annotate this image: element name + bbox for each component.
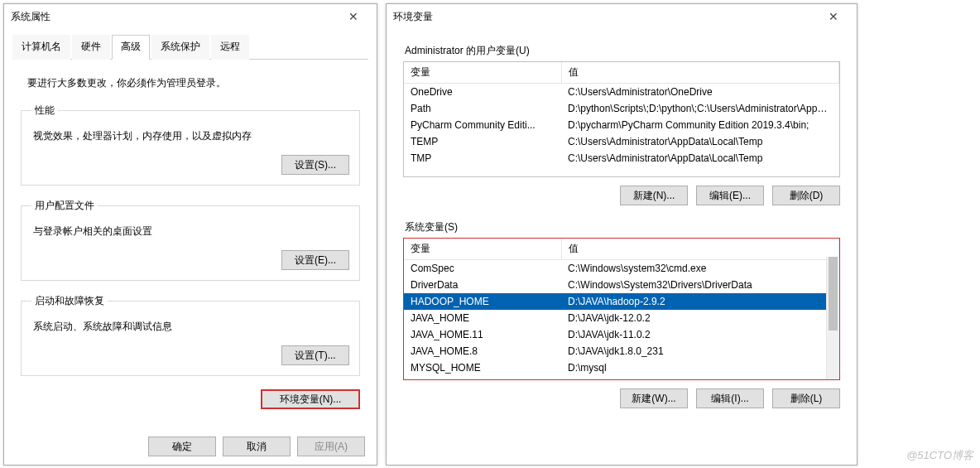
table-row[interactable]: DriverDataC:\Windows\System32\Drivers\Dr…	[404, 277, 839, 293]
profiles-legend: 用户配置文件	[31, 199, 98, 213]
profiles-group: 用户配置文件 与登录帐户相关的桌面设置 设置(E)...	[21, 199, 360, 281]
user-edit-button[interactable]: 编辑(E)...	[696, 186, 764, 205]
environment-variables-button[interactable]: 环境变量(N)...	[261, 389, 360, 409]
var-name-cell: JAVA_HOME.8	[404, 343, 561, 359]
titlebar: 系统属性 ✕	[4, 4, 377, 29]
system-vars-table-wrap: 变量 值 ComSpecC:\Windows\system32\cmd.exeD…	[403, 238, 840, 380]
table-row[interactable]: JAVA_HOME.8D:\JAVA\jdk1.8.0_231	[404, 343, 839, 359]
var-name-cell: ComSpec	[404, 260, 561, 277]
watermark: @51CTO博客	[906, 448, 973, 463]
env-body: Administrator 的用户变量(U) 变量 值 OneDriveC:\U…	[387, 29, 857, 422]
var-name-cell: MYSQL_HOME	[404, 359, 561, 376]
tab-hardware[interactable]: 硬件	[72, 35, 110, 60]
tab-advanced[interactable]: 高级	[112, 35, 150, 60]
system-vars-label: 系统变量(S)	[405, 220, 840, 234]
performance-settings-button[interactable]: 设置(S)...	[281, 155, 349, 175]
var-value-cell: D:\python\Scripts\;D:\python\;C:\Users\A…	[561, 100, 839, 117]
profiles-settings-button[interactable]: 设置(E)...	[281, 250, 349, 270]
dialog-buttons: 确定 取消 应用(A)	[148, 437, 365, 456]
var-value-cell: C:\Windows\system32\cmd.exe	[561, 260, 839, 277]
scroll-thumb[interactable]	[829, 257, 838, 330]
table-row[interactable]: TMPC:\Users\Administrator\AppData\Local\…	[404, 150, 839, 166]
col-variable[interactable]: 变量	[404, 62, 561, 84]
titlebar: 环境变量 ✕	[387, 4, 857, 29]
performance-desc: 视觉效果，处理器计划，内存使用，以及虚拟内存	[33, 129, 349, 143]
table-row[interactable]: JAVA_HOME.11D:\JAVA\jdk-11.0.2	[404, 326, 839, 343]
tab-body: 要进行大多数更改，你必须作为管理员登录。 性能 视觉效果，处理器计划，内存使用，…	[4, 60, 377, 417]
var-name-cell: PyCharm Community Editi...	[404, 117, 561, 133]
startup-group: 启动和故障恢复 系统启动、系统故障和调试信息 设置(T)...	[21, 294, 360, 376]
var-value-cell: C:\Windows\System32\Drivers\DriverData	[561, 277, 839, 293]
var-name-cell: DriverData	[404, 277, 561, 293]
profiles-desc: 与登录帐户相关的桌面设置	[33, 224, 349, 239]
var-value-cell: D:\JAVA\jdk-12.0.2	[561, 310, 839, 326]
ok-button[interactable]: 确定	[148, 437, 216, 456]
table-row[interactable]: MYSQL_HOMED:\mysql	[404, 359, 839, 376]
tab-computer-name[interactable]: 计算机名	[12, 35, 70, 60]
var-value-cell: C:\Users\Administrator\AppData\Local\Tem…	[561, 133, 839, 150]
var-value-cell: D:\JAVA\hadoop-2.9.2	[561, 293, 839, 310]
tab-system-protection[interactable]: 系统保护	[151, 35, 209, 60]
var-value-cell: D:\pycharm\PyCharm Community Edition 201…	[561, 117, 839, 133]
user-new-button[interactable]: 新建(N)...	[620, 186, 688, 205]
system-vars-buttons: 新建(W)... 编辑(I)... 删除(L)	[403, 388, 840, 408]
var-name-cell: OneDrive	[404, 84, 561, 101]
system-properties-dialog: 系统属性 ✕ 计算机名 硬件 高级 系统保护 远程 要进行大多数更改，你必须作为…	[3, 3, 377, 466]
table-row[interactable]: JAVA_HOMED:\JAVA\jdk-12.0.2	[404, 310, 839, 326]
environment-variables-dialog: 环境变量 ✕ Administrator 的用户变量(U) 变量 值 OneDr…	[386, 3, 858, 466]
tabs: 计算机名 硬件 高级 系统保护 远程	[12, 34, 368, 60]
apply-button[interactable]: 应用(A)	[297, 437, 365, 456]
var-name-cell: JAVA_HOME.11	[404, 326, 561, 343]
user-vars-table[interactable]: 变量 值 OneDriveC:\Users\Administrator\OneD…	[404, 62, 839, 166]
col-value[interactable]: 值	[561, 62, 839, 84]
table-row[interactable]: HADOOP_HOMED:\JAVA\hadoop-2.9.2	[404, 293, 839, 310]
close-icon[interactable]: ✕	[817, 10, 850, 23]
var-name-cell: JAVA_HOME	[404, 310, 561, 326]
table-row[interactable]: TEMPC:\Users\Administrator\AppData\Local…	[404, 133, 839, 150]
tab-remote[interactable]: 远程	[211, 35, 249, 60]
table-row[interactable]: PyCharm Community Editi...D:\pycharm\PyC…	[404, 117, 839, 133]
var-name-cell: Path	[404, 100, 561, 117]
table-row[interactable]: PathD:\python\Scripts\;D:\python\;C:\Use…	[404, 100, 839, 117]
cancel-button[interactable]: 取消	[223, 437, 291, 456]
var-name-cell: HADOOP_HOME	[404, 293, 561, 310]
table-row[interactable]: OneDriveC:\Users\Administrator\OneDrive	[404, 84, 839, 101]
var-value-cell: D:\mysql	[561, 359, 839, 376]
user-vars-buttons: 新建(N)... 编辑(E)... 删除(D)	[403, 186, 840, 205]
admin-note: 要进行大多数更改，你必须作为管理员登录。	[27, 76, 360, 90]
user-vars-table-wrap: 变量 值 OneDriveC:\Users\Administrator\OneD…	[403, 61, 840, 177]
close-icon[interactable]: ✕	[337, 10, 370, 23]
var-name-cell: TEMP	[404, 133, 561, 150]
system-delete-button[interactable]: 删除(L)	[772, 388, 840, 408]
startup-legend: 启动和故障恢复	[31, 294, 108, 308]
var-name-cell: TMP	[404, 150, 561, 166]
user-vars-label: Administrator 的用户变量(U)	[405, 44, 840, 58]
performance-group: 性能 视觉效果，处理器计划，内存使用，以及虚拟内存 设置(S)...	[21, 104, 360, 186]
col-value[interactable]: 值	[561, 239, 839, 260]
var-value-cell: C:\Users\Administrator\OneDrive	[561, 84, 839, 101]
system-new-button[interactable]: 新建(W)...	[620, 388, 688, 408]
dialog-title: 系统属性	[11, 10, 50, 24]
system-edit-button[interactable]: 编辑(I)...	[696, 388, 764, 408]
scrollbar[interactable]	[826, 257, 839, 379]
startup-settings-button[interactable]: 设置(T)...	[281, 345, 349, 365]
var-value-cell: C:\Users\Administrator\AppData\Local\Tem…	[561, 150, 839, 166]
startup-desc: 系统启动、系统故障和调试信息	[33, 320, 349, 334]
dialog-title: 环境变量	[393, 10, 433, 24]
col-variable[interactable]: 变量	[404, 239, 561, 260]
var-value-cell: D:\JAVA\jdk-11.0.2	[561, 326, 839, 343]
table-row[interactable]: ComSpecC:\Windows\system32\cmd.exe	[404, 260, 839, 277]
var-value-cell: D:\JAVA\jdk1.8.0_231	[561, 343, 839, 359]
user-delete-button[interactable]: 删除(D)	[772, 186, 840, 205]
performance-legend: 性能	[31, 104, 58, 118]
system-vars-table[interactable]: 变量 值 ComSpecC:\Windows\system32\cmd.exeD…	[404, 239, 839, 376]
